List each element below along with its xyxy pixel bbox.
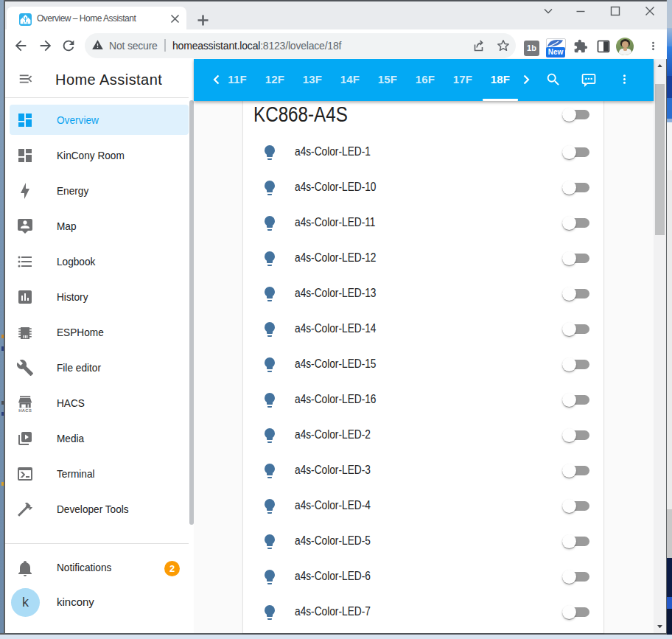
svg-text:HACS: HACS [18, 408, 32, 412]
